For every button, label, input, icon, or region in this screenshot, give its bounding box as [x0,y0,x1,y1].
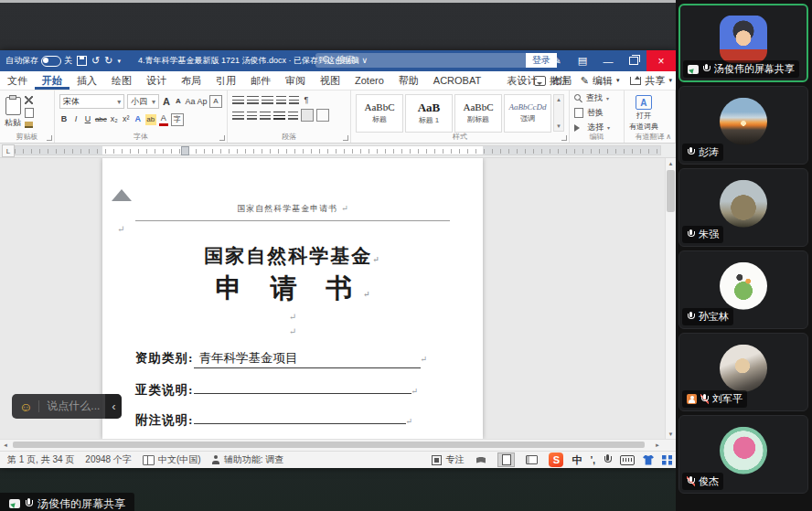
tab-design[interactable]: 设计 [139,71,174,90]
scroll-down-icon[interactable]: ▼ [556,123,561,129]
styles-dialog-launcher-icon[interactable] [561,135,567,141]
font-dialog-launcher-icon[interactable] [219,135,225,141]
participant-tile[interactable]: 彭涛 [678,86,808,165]
scroll-up-icon[interactable]: ▲ [666,158,676,168]
find-button[interactable]: 查找 ▾ [574,92,619,104]
undo-icon[interactable]: ↺ [91,56,100,66]
scroll-left-icon[interactable]: ◄ [0,440,11,451]
ime-toolbox-icon[interactable] [662,455,672,465]
ime-skin-icon[interactable] [643,455,654,465]
participant-tile[interactable]: 刘军平 [678,333,808,411]
phonetic-guide-button[interactable]: Ap [198,96,207,107]
grow-font-button[interactable]: A [162,96,171,107]
collapse-chat-icon[interactable]: ‹ [105,394,122,419]
restore-button[interactable] [621,50,646,71]
clipboard-dialog-launcher-icon[interactable] [47,135,52,141]
paste-button[interactable]: 粘贴 [5,94,21,132]
participant-tile[interactable]: 俊杰 [678,415,808,494]
tab-mailings[interactable]: 邮件 [243,71,278,90]
line-spacing-icon[interactable] [288,112,298,120]
focus-mode-button[interactable]: 专注 [432,453,464,466]
comments-button[interactable]: 批注 [534,74,570,88]
align-center-icon[interactable] [247,112,257,120]
qat-customize-icon[interactable]: ▾ [117,58,121,64]
increase-indent-icon[interactable] [289,96,299,104]
ime-language-toggle[interactable]: 中 [572,453,582,467]
strikethrough-button[interactable]: abc [95,114,107,125]
paragraph-mark-button[interactable]: ¶ [302,94,311,105]
tab-help[interactable]: 帮助 [391,71,426,90]
decrease-indent-icon[interactable] [276,96,286,104]
replace-button[interactable]: 替换 [574,107,619,119]
redo-icon[interactable]: ↻ [104,56,112,66]
horizontal-scrollbar[interactable]: ◄ ► [0,439,676,451]
change-case-button[interactable]: Aa [186,96,195,107]
bold-button[interactable]: B [59,114,69,125]
tab-file[interactable]: 文件 [0,71,35,90]
multilevel-list-icon[interactable] [262,96,273,104]
ime-voice-icon[interactable] [604,454,612,465]
read-mode-button[interactable] [472,452,489,467]
horizontal-ruler[interactable]: L [0,144,676,158]
tab-acrobat[interactable]: ACROBAT [426,71,488,90]
minimize-button[interactable]: — [595,50,621,71]
print-layout-button[interactable] [497,452,515,467]
italic-button[interactable]: I [71,114,80,125]
align-right-icon[interactable] [260,112,271,120]
vertical-scroll-thumb[interactable] [667,170,675,212]
vertical-scrollbar[interactable]: ▲ ▼ [665,158,676,439]
emoji-icon[interactable]: ☺ [19,399,32,414]
text-effects-button[interactable]: A [134,114,143,125]
collapse-ribbon-icon[interactable]: ∧ [666,133,671,141]
close-button[interactable]: × [646,50,676,71]
document-page[interactable]: 国家自然科学基金申请书 ↵ ↵ 国家自然科学基金↵ 申 请 书↵ ↵ ↵ 资助类… [102,158,483,439]
tab-home[interactable]: 开始 [35,71,69,90]
style-heading1[interactable]: AaB 标题 1 [405,94,453,133]
shrink-font-button[interactable]: A [174,96,183,107]
autosave-toggle[interactable]: 自动保存 关 [5,55,72,67]
tab-review[interactable]: 审阅 [278,71,313,90]
ink-pen-icon[interactable]: ✎ [544,50,570,71]
word-count[interactable]: 20948 个字 [85,453,132,466]
tab-layout[interactable]: 布局 [174,71,208,90]
font-size-select[interactable]: 小四 ▾ [127,94,159,109]
save-icon[interactable] [77,56,87,66]
chat-quick-bar[interactable]: ☺ 说点什么... ‹ [12,394,122,419]
tab-references[interactable]: 引用 [208,71,243,90]
scroll-right-icon[interactable]: ► [652,440,663,451]
scroll-down-icon[interactable]: ▼ [666,429,676,439]
participant-tile[interactable]: 孙宝林 [678,250,808,329]
web-layout-button[interactable] [523,452,540,467]
style-subtitle[interactable]: AaBbC 副标题 [454,94,502,133]
ime-punctuation-toggle[interactable]: ’, [590,455,595,465]
shading-icon[interactable] [301,109,314,122]
styles-gallery-scrollbar[interactable]: ▲ ▼ [553,94,564,132]
numbered-list-icon[interactable] [247,96,259,104]
scroll-up-icon[interactable]: ▲ [556,97,561,102]
subscript-button[interactable]: x₂ [110,114,119,125]
editing-mode-button[interactable]: ✎ 编辑 ▾ [581,74,620,88]
style-title[interactable]: AaBbC 标题 [356,94,403,133]
cut-icon[interactable] [25,96,33,104]
superscript-button[interactable]: x² [122,114,131,125]
enclose-characters-button[interactable]: 字 [171,113,184,126]
horizontal-scroll-thumb[interactable] [13,442,645,448]
highlight-button[interactable]: ab [145,114,156,125]
search-input[interactable]: 搜索 [315,53,529,68]
participant-tile-sharing[interactable]: 汤俊伟的屏幕共享 [678,4,808,82]
underline-button[interactable]: U [83,114,92,125]
proofing-status[interactable]: 中文(中国) [143,453,201,466]
character-border-button[interactable]: A [209,95,222,108]
bullet-list-icon[interactable] [232,96,244,104]
format-painter-icon[interactable] [25,122,33,130]
ime-keyboard-icon[interactable] [620,455,635,465]
share-button[interactable]: 共享 ▾ [630,74,672,88]
tab-selector-icon[interactable]: L [2,144,15,157]
page-indicator[interactable]: 第 1 页, 共 34 页 [7,453,74,466]
accessibility-status[interactable]: 辅助功能: 调查 [212,453,284,466]
tab-view[interactable]: 视图 [313,71,347,90]
align-left-icon[interactable] [232,112,244,120]
borders-icon[interactable] [316,109,329,122]
justify-icon[interactable] [273,112,285,120]
copy-icon[interactable] [25,108,34,118]
